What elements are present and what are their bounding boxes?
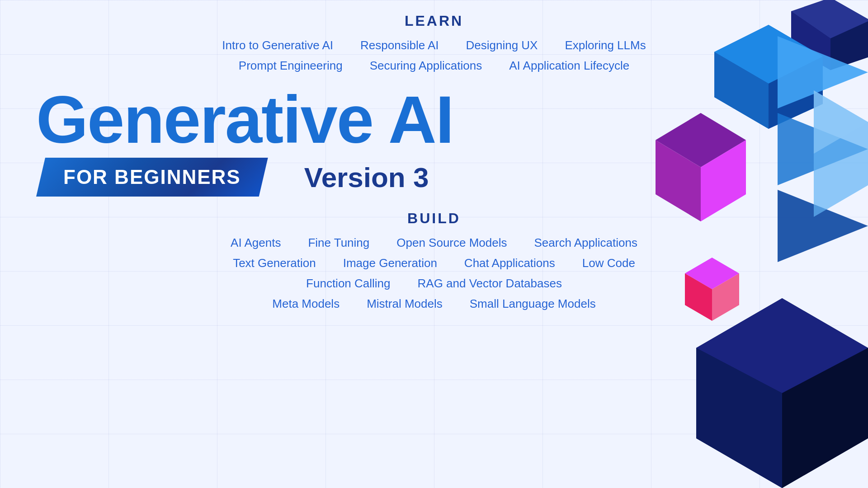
nav-rag-vector-databases[interactable]: RAG and Vector Databases (418, 277, 562, 291)
nav-mistral-models[interactable]: Mistral Models (367, 297, 443, 311)
svg-marker-18 (696, 298, 868, 393)
badge-for-beginners: FOR BEGINNERS (36, 158, 268, 197)
nav-small-language-models[interactable]: Small Language Models (470, 297, 596, 311)
nav-image-generation[interactable]: Image Generation (343, 256, 437, 270)
nav-function-calling[interactable]: Function Calling (306, 277, 390, 291)
version-text: Version 3 (304, 161, 429, 193)
hero-area: Generative AI FOR BEGINNERS Version 3 (0, 86, 868, 197)
nav-meta-models[interactable]: Meta Models (272, 297, 340, 311)
nav-prompt-engineering[interactable]: Prompt Engineering (239, 59, 343, 73)
build-row-2: Text Generation Image Generation Chat Ap… (0, 256, 868, 270)
nav-ai-application-lifecycle[interactable]: AI Application Lifecycle (509, 59, 629, 73)
nav-fine-tuning[interactable]: Fine Tuning (308, 236, 369, 250)
dark-navy-hex-bottom (696, 298, 868, 488)
svg-marker-19 (782, 348, 868, 488)
nav-low-code[interactable]: Low Code (582, 256, 635, 270)
nav-exploring-llms[interactable]: Exploring LLMs (565, 38, 646, 52)
nav-chat-applications[interactable]: Chat Applications (464, 256, 555, 270)
nav-securing-applications[interactable]: Securing Applications (370, 59, 482, 73)
learn-section: LEARN Intro to Generative AI Responsible… (0, 0, 868, 73)
build-row-3: Function Calling RAG and Vector Database… (0, 277, 868, 291)
build-row-1: AI Agents Fine Tuning Open Source Models… (0, 236, 868, 250)
nav-open-source-models[interactable]: Open Source Models (396, 236, 507, 250)
nav-responsible-ai[interactable]: Responsible AI (360, 38, 439, 52)
nav-text-generation[interactable]: Text Generation (233, 256, 316, 270)
badge-version-row: FOR BEGINNERS Version 3 (36, 158, 429, 197)
nav-intro-generative-ai[interactable]: Intro to Generative AI (222, 38, 333, 52)
main-title: Generative AI (36, 86, 453, 153)
nav-search-applications[interactable]: Search Applications (534, 236, 637, 250)
learn-row-1: Intro to Generative AI Responsible AI De… (0, 38, 868, 52)
learn-label: LEARN (0, 13, 868, 29)
nav-designing-ux[interactable]: Designing UX (466, 38, 538, 52)
svg-marker-17 (696, 298, 868, 488)
build-section: BUILD AI Agents Fine Tuning Open Source … (0, 210, 868, 311)
build-row-4: Meta Models Mistral Models Small Languag… (0, 297, 868, 311)
learn-row-2: Prompt Engineering Securing Applications… (0, 59, 868, 73)
nav-ai-agents[interactable]: AI Agents (231, 236, 281, 250)
build-label: BUILD (0, 210, 868, 227)
svg-marker-20 (696, 348, 782, 488)
